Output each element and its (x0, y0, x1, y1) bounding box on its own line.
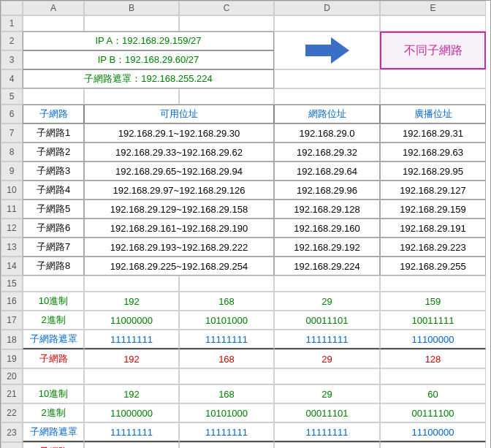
calc1-dec-0[interactable]: 192 (84, 292, 179, 311)
row-header-19[interactable]: 19 (1, 349, 23, 368)
table-row[interactable]: 192.168.29.63 (380, 143, 486, 162)
calc2-mask-1[interactable]: 11111111 (179, 422, 274, 442)
table-row[interactable]: 子網路8 (23, 257, 84, 276)
calc2-sub-1[interactable]: 168 (179, 442, 274, 448)
table-row[interactable]: 192.168.29.97~192.168.29.126 (84, 181, 274, 200)
table-row[interactable]: 192.168.29.161~192.168.29.190 (84, 219, 274, 238)
row-header-5[interactable]: 5 (1, 88, 23, 105)
table-row[interactable]: 192.168.29.159 (380, 200, 486, 219)
calc1-bin-0[interactable]: 11000000 (84, 311, 179, 330)
cell-C1[interactable] (179, 15, 274, 31)
calc1-bin-1[interactable]: 10101000 (179, 311, 274, 330)
row-header-17[interactable]: 17 (1, 311, 23, 330)
table-row[interactable]: 子網路3 (23, 162, 84, 181)
calc1-mask-2[interactable]: 11111111 (274, 330, 380, 349)
table-row[interactable]: 192.168.29.255 (380, 257, 486, 276)
row-header-7[interactable]: 7 (1, 124, 23, 143)
col-header-B[interactable]: B (84, 1, 179, 15)
cell-D15[interactable] (274, 276, 380, 292)
calc2-bin-1[interactable]: 10101000 (179, 403, 274, 422)
ip-a-cell[interactable]: IP A：192.168.29.159/27 (23, 31, 274, 50)
cell-C5[interactable] (179, 88, 274, 105)
cell-E15[interactable] (380, 276, 486, 292)
table-row[interactable]: 192.168.29.33~192.168.29.62 (84, 143, 274, 162)
table-row[interactable]: 192.168.29.32 (274, 143, 380, 162)
calc2-mask-0[interactable]: 11111111 (84, 422, 179, 442)
row-header-15[interactable]: 15 (1, 276, 23, 292)
table-row[interactable]: 192.168.29.31 (380, 124, 486, 143)
calc2-dec-1[interactable]: 168 (179, 384, 274, 403)
row-header-9[interactable]: 9 (1, 162, 23, 181)
corner-cell[interactable] (1, 1, 23, 15)
th-broadcast[interactable]: 廣播位址 (380, 105, 486, 124)
calc2-mask-3[interactable]: 11100000 (380, 422, 486, 442)
calc2-sub-0[interactable]: 192 (84, 442, 179, 448)
row-header-4[interactable]: 4 (1, 69, 23, 88)
ip-b-cell[interactable]: IP B：192.168.29.60/27 (23, 50, 274, 69)
cell-A15[interactable] (23, 276, 84, 292)
table-row[interactable]: 192.168.29.129~192.168.29.158 (84, 200, 274, 219)
table-row[interactable]: 192.168.29.96 (274, 181, 380, 200)
cell-E4[interactable] (380, 69, 486, 88)
table-row[interactable]: 192.168.29.192 (274, 238, 380, 257)
cell-E20[interactable] (380, 368, 486, 384)
result-box[interactable]: 不同子網路 (380, 31, 486, 69)
calc1-bin-3[interactable]: 10011111 (380, 311, 486, 330)
calc1-bin-2[interactable]: 00011101 (274, 311, 380, 330)
cell-E1[interactable] (380, 15, 486, 31)
cell-A1[interactable] (23, 15, 84, 31)
th-subnet[interactable]: 子網路 (23, 105, 84, 124)
table-row[interactable]: 子網路4 (23, 181, 84, 200)
calc-label-mask[interactable]: 子網路遮罩 (23, 330, 84, 349)
row-header-11[interactable]: 11 (1, 200, 23, 219)
cell-B1[interactable] (84, 15, 179, 31)
table-row[interactable]: 192.168.29.224 (274, 257, 380, 276)
table-row[interactable]: 192.168.29.1~192.168.29.30 (84, 124, 274, 143)
calc1-mask-0[interactable]: 11111111 (84, 330, 179, 349)
calc1-sub-1[interactable]: 168 (179, 349, 274, 368)
calc2-sub-2[interactable]: 29 (274, 442, 380, 448)
calc1-dec-3[interactable]: 159 (380, 292, 486, 311)
table-row[interactable]: 子網路1 (23, 124, 84, 143)
col-header-E[interactable]: E (380, 1, 486, 15)
table-row[interactable]: 192.168.29.160 (274, 219, 380, 238)
row-header-23[interactable]: 23 (1, 422, 23, 442)
row-header-6[interactable]: 6 (1, 105, 23, 124)
table-row[interactable]: 子網路2 (23, 143, 84, 162)
table-row[interactable]: 192.168.29.64 (274, 162, 380, 181)
row-header-14[interactable]: 14 (1, 257, 23, 276)
table-row[interactable]: 192.168.29.223 (380, 238, 486, 257)
calc2-mask-2[interactable]: 11111111 (274, 422, 380, 442)
col-header-D[interactable]: D (274, 1, 380, 15)
cell-C20[interactable] (179, 368, 274, 384)
calc-label-dec[interactable]: 10進制 (23, 384, 84, 403)
row-header-2[interactable]: 2 (1, 31, 23, 50)
table-row[interactable]: 192.168.29.0 (274, 124, 380, 143)
row-header-22[interactable]: 22 (1, 403, 23, 422)
calc-label-bin[interactable]: 2進制 (23, 311, 84, 330)
table-row[interactable]: 子網路5 (23, 200, 84, 219)
cell-A20[interactable] (23, 368, 84, 384)
row-header-3[interactable]: 3 (1, 50, 23, 69)
calc2-bin-3[interactable]: 00111100 (380, 403, 486, 422)
cell-D4[interactable] (274, 69, 380, 88)
table-row[interactable]: 192.168.29.191 (380, 219, 486, 238)
cell-D5[interactable] (274, 88, 380, 105)
col-header-C[interactable]: C (179, 1, 274, 15)
th-network[interactable]: 網路位址 (274, 105, 380, 124)
row-header-12[interactable]: 12 (1, 219, 23, 238)
cell-B20[interactable] (84, 368, 179, 384)
row-header-1[interactable]: 1 (1, 15, 23, 31)
table-row[interactable]: 192.168.29.95 (380, 162, 486, 181)
cell-B5[interactable] (84, 88, 179, 105)
row-header-8[interactable]: 8 (1, 143, 23, 162)
row-header-16[interactable]: 16 (1, 292, 23, 311)
row-header-24[interactable]: 24 (1, 442, 23, 448)
th-usable[interactable]: 可用位址 (84, 105, 274, 124)
cell-D20[interactable] (274, 368, 380, 384)
calc2-dec-3[interactable]: 60 (380, 384, 486, 403)
calc1-sub-2[interactable]: 29 (274, 349, 380, 368)
col-header-A[interactable]: A (23, 1, 84, 15)
row-header-10[interactable]: 10 (1, 181, 23, 200)
calc2-dec-2[interactable]: 29 (274, 384, 380, 403)
